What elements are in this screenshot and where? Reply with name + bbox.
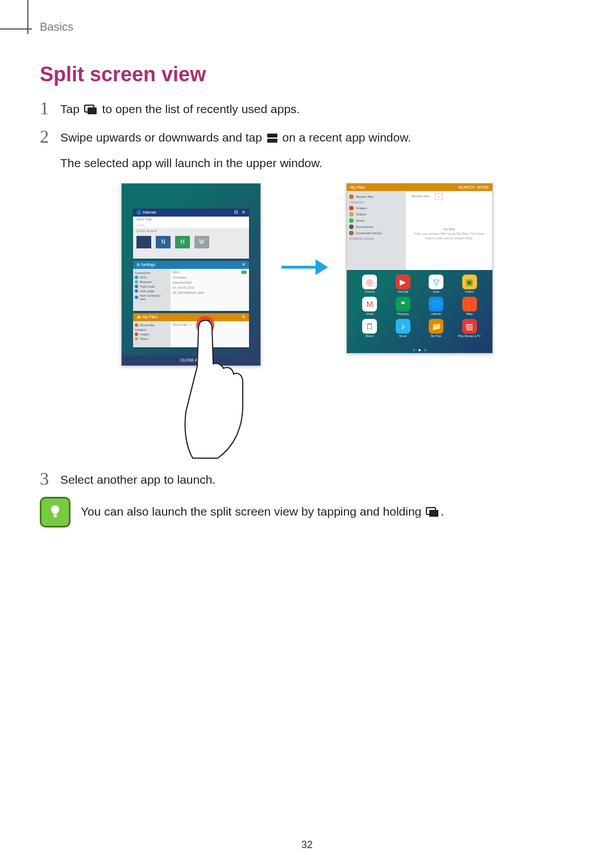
step-1: 1 Tap to open the list of recently used … xyxy=(40,100,574,121)
recent-card-internet: 🌐 Internet ⊟ ✕ NEW TAB + | ≡ Quick acces… xyxy=(133,209,249,259)
step-2-text-pre: Swipe upwards or downwards and tap xyxy=(60,131,265,144)
recents-icon xyxy=(426,506,439,520)
step-2-line2: The selected app will launch in the uppe… xyxy=(60,156,322,169)
myfiles-titlebar-actions: SEARCH MORE xyxy=(458,185,489,189)
qa-tile: N xyxy=(156,236,171,248)
empty-state-sub: recent ones will be shown here. xyxy=(425,236,473,240)
browser-address-bar: + | ≡ xyxy=(133,222,249,228)
arrow-icon xyxy=(279,257,328,280)
tab-add: + xyxy=(435,193,443,200)
step-3-text: Select another app to launch. xyxy=(60,473,215,486)
card-window-controls: ✕ xyxy=(242,313,249,321)
empty-state-title: No files xyxy=(443,227,455,231)
step-1-text-pre: Tap xyxy=(60,102,83,115)
app-icon-gallery: ▣ xyxy=(462,275,477,289)
svg-rect-3 xyxy=(267,139,277,143)
svg-rect-7 xyxy=(53,515,57,517)
step-3: 3 Select another app to launch. xyxy=(40,471,574,489)
app-icon-youtube: ▶ xyxy=(396,275,410,289)
page-number: 32 xyxy=(0,839,614,851)
note-text-pre: You can also launch the split screen vie… xyxy=(81,505,425,518)
svg-rect-2 xyxy=(267,134,277,138)
app-icon-play-movies: ▥ xyxy=(462,319,477,334)
close-all-bar: CLOSE ALL xyxy=(122,355,260,366)
toggle-icon xyxy=(241,271,247,274)
app-icon-hangouts: ❝ xyxy=(396,297,410,312)
app-icon-music: ♪ xyxy=(396,319,410,334)
note-icon xyxy=(40,497,70,528)
figure-area: 🌐 Internet ⊟ ✕ NEW TAB + | ≡ Quick acces… xyxy=(40,183,574,366)
note-text-post: . xyxy=(441,505,444,518)
splitview-icon xyxy=(267,130,278,149)
figure-before-screenshot: 🌐 Internet ⊟ ✕ NEW TAB + | ≡ Quick acces… xyxy=(121,183,261,366)
step-2-text-post: on a recent app window. xyxy=(283,131,412,144)
pager-dots xyxy=(347,349,492,351)
step-number: 1 xyxy=(40,99,60,117)
qa-tile xyxy=(136,236,151,248)
recent-card-settings: ⚙ Settings ✕ Connections Wi-Fi Bluetooth… xyxy=(133,261,249,311)
empty-state-sub: After you access files using My Files, t… xyxy=(414,232,484,235)
page-title: Split screen view xyxy=(40,63,574,86)
step-1-text-post: to open the list of recently used apps. xyxy=(102,102,300,115)
app-icon-chrome: ◎ xyxy=(362,275,377,289)
note-callout: You can also launch the split screen vie… xyxy=(40,497,574,528)
qa-tile: W xyxy=(194,236,209,248)
card-window-controls: ⊟ ✕ xyxy=(234,209,249,217)
breadcrumb: Basics xyxy=(40,20,73,34)
card-title: ⚙ Settings xyxy=(136,261,155,269)
app-icon-memo: 🗒 xyxy=(362,319,377,334)
step-number: 3 xyxy=(40,470,60,488)
browser-quick-access-label: Quick access xyxy=(133,228,249,234)
recent-card-myfiles: 📁 My Files ✕ Recent files Category Image… xyxy=(133,313,249,347)
svg-rect-1 xyxy=(88,107,97,114)
app-icon-myfiles: 📁 xyxy=(429,319,443,334)
step-2: 2 Swipe upwards or downwards and tap on … xyxy=(40,128,574,173)
app-icon-maps: 📍 xyxy=(462,297,477,312)
card-title: 📁 My Files xyxy=(136,313,157,321)
figure-after-screenshot: My Files SEARCH MORE Recent files Catego… xyxy=(346,183,493,354)
svg-marker-6 xyxy=(316,259,328,275)
step-number: 2 xyxy=(40,127,60,146)
app-icon-drive: ▽ xyxy=(429,275,443,289)
tab-recent-files: Recent files xyxy=(409,193,432,200)
browser-tab-row: NEW TAB xyxy=(133,217,249,222)
svg-rect-9 xyxy=(429,510,438,517)
app-icon-gmail: M xyxy=(362,297,377,312)
qa-tile: H xyxy=(175,236,190,248)
corner-mark-horizontal xyxy=(0,28,32,30)
myfiles-titlebar-title: My Files xyxy=(350,185,365,189)
card-title: 🌐 Internet xyxy=(136,209,156,217)
recents-icon xyxy=(84,102,98,121)
card-window-controls: ✕ xyxy=(242,261,249,269)
app-icon-internet: 🌐 xyxy=(429,297,443,312)
